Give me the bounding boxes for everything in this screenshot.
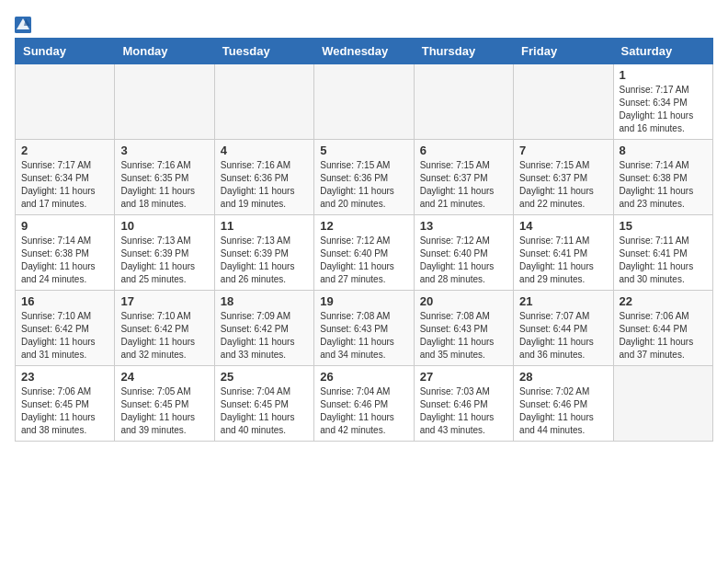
day-info: Sunrise: 7:11 AM Sunset: 6:41 PM Dayligh… xyxy=(620,235,707,286)
calendar-table: SundayMondayTuesdayWednesdayThursdayFrid… xyxy=(15,38,713,442)
day-number: 6 xyxy=(420,144,507,157)
day-info: Sunrise: 7:12 AM Sunset: 6:40 PM Dayligh… xyxy=(320,235,407,286)
day-number: 3 xyxy=(120,144,208,157)
calendar-cell: 19Sunrise: 7:08 AM Sunset: 6:43 PM Dayli… xyxy=(314,291,414,366)
day-info: Sunrise: 7:14 AM Sunset: 6:38 PM Dayligh… xyxy=(620,159,707,211)
day-info: Sunrise: 7:10 AM Sunset: 6:42 PM Dayligh… xyxy=(21,310,108,362)
day-number: 9 xyxy=(21,219,108,233)
day-number: 27 xyxy=(420,370,507,384)
weekday-header-sunday: Sunday xyxy=(16,39,115,64)
calendar-cell: 13Sunrise: 7:12 AM Sunset: 6:40 PM Dayli… xyxy=(414,215,513,291)
calendar-cell: 1Sunrise: 7:17 AM Sunset: 6:34 PM Daylig… xyxy=(613,64,712,140)
calendar-cell: 27Sunrise: 7:03 AM Sunset: 6:46 PM Dayli… xyxy=(414,366,513,442)
day-number: 19 xyxy=(320,294,407,308)
day-number: 11 xyxy=(221,219,308,233)
logo xyxy=(15,15,33,34)
calendar-cell: 23Sunrise: 7:06 AM Sunset: 6:45 PM Dayli… xyxy=(16,366,115,442)
day-info: Sunrise: 7:08 AM Sunset: 6:43 PM Dayligh… xyxy=(320,310,407,362)
day-info: Sunrise: 7:14 AM Sunset: 6:38 PM Dayligh… xyxy=(21,235,108,286)
day-number: 24 xyxy=(120,370,208,384)
day-number: 4 xyxy=(221,144,308,157)
weekday-header-saturday: Saturday xyxy=(613,39,712,64)
day-number: 7 xyxy=(519,144,607,157)
calendar-cell: 7Sunrise: 7:15 AM Sunset: 6:37 PM Daylig… xyxy=(514,140,613,215)
day-info: Sunrise: 7:12 AM Sunset: 6:40 PM Dayligh… xyxy=(420,235,507,286)
day-info: Sunrise: 7:13 AM Sunset: 6:39 PM Dayligh… xyxy=(120,235,208,286)
day-number: 22 xyxy=(620,294,707,308)
day-number: 18 xyxy=(221,294,308,308)
day-number: 12 xyxy=(320,219,407,233)
day-info: Sunrise: 7:04 AM Sunset: 6:46 PM Dayligh… xyxy=(320,385,407,437)
day-number: 23 xyxy=(21,370,108,384)
day-number: 20 xyxy=(420,294,507,308)
calendar-cell: 25Sunrise: 7:04 AM Sunset: 6:45 PM Dayli… xyxy=(214,366,313,442)
day-number: 10 xyxy=(120,219,208,233)
calendar-cell: 6Sunrise: 7:15 AM Sunset: 6:37 PM Daylig… xyxy=(414,140,513,215)
weekday-header-monday: Monday xyxy=(115,39,214,64)
day-info: Sunrise: 7:06 AM Sunset: 6:45 PM Dayligh… xyxy=(21,385,108,437)
calendar-cell: 18Sunrise: 7:09 AM Sunset: 6:42 PM Dayli… xyxy=(214,291,313,366)
day-info: Sunrise: 7:09 AM Sunset: 6:42 PM Dayligh… xyxy=(221,310,308,362)
calendar-cell: 10Sunrise: 7:13 AM Sunset: 6:39 PM Dayli… xyxy=(115,215,214,291)
calendar-cell xyxy=(16,64,115,140)
day-info: Sunrise: 7:17 AM Sunset: 6:34 PM Dayligh… xyxy=(21,159,108,211)
day-info: Sunrise: 7:15 AM Sunset: 6:37 PM Dayligh… xyxy=(420,159,507,211)
weekday-header-tuesday: Tuesday xyxy=(214,39,313,64)
calendar-cell: 26Sunrise: 7:04 AM Sunset: 6:46 PM Dayli… xyxy=(314,366,414,442)
day-info: Sunrise: 7:08 AM Sunset: 6:43 PM Dayligh… xyxy=(420,310,507,362)
calendar-cell: 4Sunrise: 7:16 AM Sunset: 6:36 PM Daylig… xyxy=(214,140,313,215)
calendar-cell xyxy=(214,64,313,140)
calendar-cell xyxy=(613,366,712,442)
weekday-header-wednesday: Wednesday xyxy=(314,39,414,64)
weekday-header-thursday: Thursday xyxy=(414,39,513,64)
weekday-header-friday: Friday xyxy=(514,39,613,64)
day-number: 8 xyxy=(620,144,707,157)
generalblue-icon xyxy=(15,17,31,33)
day-info: Sunrise: 7:05 AM Sunset: 6:45 PM Dayligh… xyxy=(120,385,208,437)
day-number: 5 xyxy=(320,144,407,157)
calendar-cell xyxy=(414,64,513,140)
calendar-cell: 14Sunrise: 7:11 AM Sunset: 6:41 PM Dayli… xyxy=(514,215,613,291)
day-number: 1 xyxy=(620,68,707,82)
calendar-cell: 11Sunrise: 7:13 AM Sunset: 6:39 PM Dayli… xyxy=(214,215,313,291)
calendar-cell: 22Sunrise: 7:06 AM Sunset: 6:44 PM Dayli… xyxy=(613,291,712,366)
calendar-cell: 24Sunrise: 7:05 AM Sunset: 6:45 PM Dayli… xyxy=(115,366,214,442)
day-number: 16 xyxy=(21,294,108,308)
calendar-cell: 8Sunrise: 7:14 AM Sunset: 6:38 PM Daylig… xyxy=(613,140,712,215)
calendar-cell: 5Sunrise: 7:15 AM Sunset: 6:36 PM Daylig… xyxy=(314,140,414,215)
day-info: Sunrise: 7:13 AM Sunset: 6:39 PM Dayligh… xyxy=(221,235,308,286)
day-info: Sunrise: 7:06 AM Sunset: 6:44 PM Dayligh… xyxy=(620,310,707,362)
calendar-cell xyxy=(115,64,214,140)
calendar-cell: 15Sunrise: 7:11 AM Sunset: 6:41 PM Dayli… xyxy=(613,215,712,291)
calendar-cell: 2Sunrise: 7:17 AM Sunset: 6:34 PM Daylig… xyxy=(16,140,115,215)
day-number: 25 xyxy=(221,370,308,384)
day-info: Sunrise: 7:04 AM Sunset: 6:45 PM Dayligh… xyxy=(221,385,308,437)
day-info: Sunrise: 7:10 AM Sunset: 6:42 PM Dayligh… xyxy=(120,310,208,362)
day-info: Sunrise: 7:07 AM Sunset: 6:44 PM Dayligh… xyxy=(519,310,607,362)
day-number: 2 xyxy=(21,144,108,157)
day-info: Sunrise: 7:17 AM Sunset: 6:34 PM Dayligh… xyxy=(620,84,707,135)
day-info: Sunrise: 7:02 AM Sunset: 6:46 PM Dayligh… xyxy=(519,385,607,437)
day-number: 13 xyxy=(420,219,507,233)
calendar-cell xyxy=(514,64,613,140)
day-number: 14 xyxy=(519,219,607,233)
calendar-cell: 3Sunrise: 7:16 AM Sunset: 6:35 PM Daylig… xyxy=(115,140,214,215)
calendar-cell: 20Sunrise: 7:08 AM Sunset: 6:43 PM Dayli… xyxy=(414,291,513,366)
day-info: Sunrise: 7:15 AM Sunset: 6:36 PM Dayligh… xyxy=(320,159,407,211)
day-info: Sunrise: 7:03 AM Sunset: 6:46 PM Dayligh… xyxy=(420,385,507,437)
calendar-cell: 28Sunrise: 7:02 AM Sunset: 6:46 PM Dayli… xyxy=(514,366,613,442)
calendar-cell: 9Sunrise: 7:14 AM Sunset: 6:38 PM Daylig… xyxy=(16,215,115,291)
day-info: Sunrise: 7:16 AM Sunset: 6:36 PM Dayligh… xyxy=(221,159,308,211)
day-info: Sunrise: 7:16 AM Sunset: 6:35 PM Dayligh… xyxy=(120,159,208,211)
day-number: 28 xyxy=(519,370,607,384)
day-info: Sunrise: 7:15 AM Sunset: 6:37 PM Dayligh… xyxy=(519,159,607,211)
calendar-cell xyxy=(314,64,414,140)
day-number: 17 xyxy=(120,294,208,308)
calendar-cell: 16Sunrise: 7:10 AM Sunset: 6:42 PM Dayli… xyxy=(16,291,115,366)
day-number: 26 xyxy=(320,370,407,384)
calendar-cell: 12Sunrise: 7:12 AM Sunset: 6:40 PM Dayli… xyxy=(314,215,414,291)
day-info: Sunrise: 7:11 AM Sunset: 6:41 PM Dayligh… xyxy=(519,235,607,286)
day-number: 21 xyxy=(519,294,607,308)
day-number: 15 xyxy=(620,219,707,233)
calendar-cell: 17Sunrise: 7:10 AM Sunset: 6:42 PM Dayli… xyxy=(115,291,214,366)
